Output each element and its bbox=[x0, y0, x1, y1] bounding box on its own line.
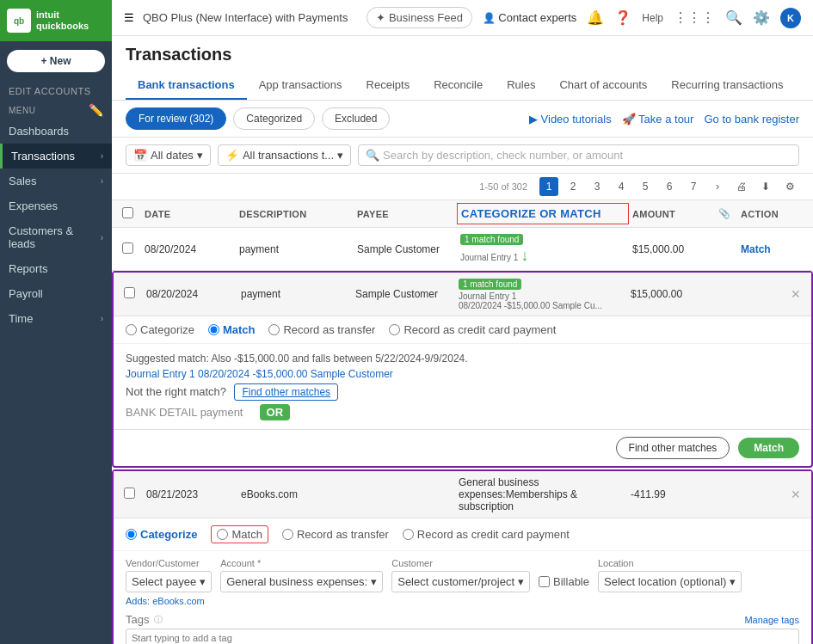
search-icon[interactable]: 🔍 bbox=[725, 9, 742, 26]
date-filter[interactable]: 📅 All dates ▾ bbox=[126, 144, 211, 166]
tab-app-transactions[interactable]: App transactions bbox=[247, 71, 354, 100]
sidebar-item-sales[interactable]: Sales › bbox=[0, 169, 112, 193]
sidebar-item-dashboards[interactable]: Dashboards bbox=[0, 119, 112, 144]
account-label: Account * bbox=[220, 558, 383, 568]
page-2[interactable]: 2 bbox=[564, 177, 582, 196]
close-icon[interactable]: ✕ bbox=[787, 282, 804, 306]
sidebar-item-reports[interactable]: Reports bbox=[0, 256, 112, 281]
chevron-right-icon: › bbox=[101, 151, 103, 161]
exp-match-info: 1 match found Journal Entry 1 08/20/2024… bbox=[455, 273, 627, 316]
row-description: payment bbox=[236, 238, 354, 261]
or-badge: OR bbox=[260, 404, 291, 420]
radio-credit-card[interactable]: Record as credit card payment bbox=[389, 323, 556, 336]
page-next[interactable]: › bbox=[708, 177, 727, 196]
page-4[interactable]: 4 bbox=[612, 177, 631, 196]
settings-icon[interactable]: ⚙ bbox=[780, 177, 799, 196]
hamburger-icon[interactable]: ☰ bbox=[124, 11, 134, 24]
exp-checkbox[interactable] bbox=[120, 282, 143, 306]
tab-rules[interactable]: Rules bbox=[495, 71, 547, 100]
arrow-down-icon: ↓ bbox=[521, 247, 529, 264]
radio2-credit-card[interactable]: Record as credit card payment bbox=[403, 528, 570, 541]
select-all-checkbox[interactable] bbox=[122, 207, 133, 218]
exp2-checkbox[interactable] bbox=[120, 482, 143, 506]
match-button[interactable]: Match bbox=[738, 438, 799, 458]
page-7[interactable]: 7 bbox=[684, 177, 703, 196]
radio2-categorize[interactable]: Categorize bbox=[126, 528, 197, 541]
contact-experts-link[interactable]: 👤 Contact experts bbox=[483, 11, 576, 24]
sidebar-item-customers[interactable]: Customers & leads › bbox=[0, 218, 112, 256]
chevron-right-icon: › bbox=[101, 314, 103, 323]
help-label: Help bbox=[642, 12, 663, 24]
table-area: DATE DESCRIPTION PAYEE CATEGORIZE OR MAT… bbox=[112, 200, 813, 644]
radio-match[interactable]: Match bbox=[208, 323, 256, 336]
sub-tabs-right: ▶ Video tutorials 🚀 Take a tour Go to ba… bbox=[529, 113, 799, 126]
video-tutorials-link[interactable]: ▶ Video tutorials bbox=[529, 113, 612, 126]
billable-checkbox[interactable]: Billable bbox=[539, 570, 589, 592]
bank-register-link[interactable]: Go to bank register bbox=[704, 113, 799, 126]
grid-icon[interactable]: ⋮⋮⋮ bbox=[674, 9, 715, 26]
adds-link[interactable]: Adds: eBooks.com bbox=[114, 596, 811, 610]
find-matches-link[interactable]: Find other matches bbox=[234, 383, 338, 401]
tab-recurring-transactions[interactable]: Recurring transactions bbox=[659, 71, 795, 100]
transaction-type-filter[interactable]: ⚡ All transactions t... ▾ bbox=[218, 144, 351, 166]
take-a-tour-link[interactable]: 🚀 Take a tour bbox=[622, 113, 694, 126]
avatar[interactable]: K bbox=[780, 8, 801, 28]
chevron-right-icon: › bbox=[101, 176, 103, 186]
row-action-match[interactable]: Match bbox=[737, 238, 806, 261]
tab-reconcile[interactable]: Reconcile bbox=[422, 71, 495, 100]
sidebar-item-expenses[interactable]: Expenses bbox=[0, 193, 112, 218]
manage-tags-link[interactable]: Manage tags bbox=[744, 615, 799, 625]
help-icon[interactable]: ❓ bbox=[614, 9, 631, 26]
journal-entry-link[interactable]: Journal Entry 1 08/20/2024 -$15,000.00 S… bbox=[126, 368, 799, 380]
pagination-bar: 1-50 of 302 1 2 3 4 5 6 7 › 🖨 ⬇ ⚙ bbox=[112, 174, 813, 200]
row-checkbox[interactable] bbox=[119, 237, 141, 261]
spark-icon: ✦ bbox=[376, 11, 385, 24]
sub-tab-categorized[interactable]: Categorized bbox=[233, 107, 315, 130]
radio-categorize[interactable]: Categorize bbox=[126, 323, 194, 336]
search-box[interactable]: 🔍 Search by description, check number, o… bbox=[358, 144, 799, 166]
app-title: QBO Plus (New Interface) with Payments bbox=[143, 11, 348, 24]
chevron-down-icon: ▾ bbox=[371, 575, 377, 588]
tab-bank-transactions[interactable]: Bank transactions bbox=[126, 71, 247, 100]
vendor-select[interactable]: Select payee ▾ bbox=[126, 571, 212, 592]
th-date[interactable]: DATE bbox=[141, 202, 236, 226]
radio-options-row-2: Categorize Match Record as transfer Reco… bbox=[114, 518, 811, 551]
find-other-matches-button[interactable]: Find other matches bbox=[616, 437, 730, 459]
radio2-match[interactable]: Match bbox=[211, 525, 268, 543]
page-3[interactable]: 3 bbox=[588, 177, 607, 196]
page-1[interactable]: 1 bbox=[539, 177, 558, 196]
exp2-payee bbox=[352, 489, 455, 500]
sub-tab-for-review[interactable]: For review (302) bbox=[126, 107, 226, 130]
export-icon[interactable]: ⬇ bbox=[756, 177, 775, 196]
new-button[interactable]: + New bbox=[7, 50, 105, 72]
sidebar-item-transactions[interactable]: Transactions › bbox=[0, 144, 112, 169]
page-5[interactable]: 5 bbox=[636, 177, 655, 196]
chevron-right-icon: › bbox=[101, 233, 103, 242]
page-6[interactable]: 6 bbox=[660, 177, 679, 196]
location-select[interactable]: Select location (optional) ▾ bbox=[598, 571, 742, 592]
radio2-record-transfer[interactable]: Record as transfer bbox=[282, 528, 389, 541]
business-feed-button[interactable]: ✦ Business Feed bbox=[366, 7, 472, 28]
tab-chart-of-accounts[interactable]: Chart of accounts bbox=[547, 71, 659, 100]
sub-tab-excluded[interactable]: Excluded bbox=[322, 107, 390, 130]
table-row[interactable]: 08/20/2024 payment Sample Customer 1 mat… bbox=[112, 228, 813, 271]
sidebar-item-time[interactable]: Time › bbox=[0, 306, 112, 331]
close-icon-2[interactable]: ✕ bbox=[787, 482, 804, 506]
expanded-footer-1: Find other matches Match bbox=[114, 429, 811, 466]
exp2-date: 08/21/2023 bbox=[143, 483, 237, 506]
notification-icon[interactable]: 🔔 bbox=[587, 9, 604, 26]
settings-icon[interactable]: ⚙️ bbox=[753, 9, 770, 26]
sidebar-item-payroll[interactable]: Payroll bbox=[0, 281, 112, 306]
bank-detail-value: payment bbox=[200, 406, 243, 419]
sidebar-edit-accounts[interactable]: Edit accounts bbox=[0, 81, 112, 98]
radio-record-transfer[interactable]: Record as transfer bbox=[268, 323, 375, 336]
print-icon[interactable]: 🖨 bbox=[732, 177, 751, 196]
tags-input[interactable] bbox=[126, 629, 799, 644]
menu-edit-icon[interactable]: ✏️ bbox=[89, 103, 103, 117]
exp2-amount: -411.99 bbox=[627, 483, 713, 506]
tab-receipts[interactable]: Receipts bbox=[354, 71, 422, 100]
quickbooks-logo-text: intuitquickbooks bbox=[36, 9, 89, 32]
customer-select[interactable]: Select customer/project ▾ bbox=[391, 571, 530, 592]
chevron-down-icon: ▾ bbox=[197, 149, 203, 162]
account-select[interactable]: General business expenses: ▾ bbox=[220, 571, 383, 592]
